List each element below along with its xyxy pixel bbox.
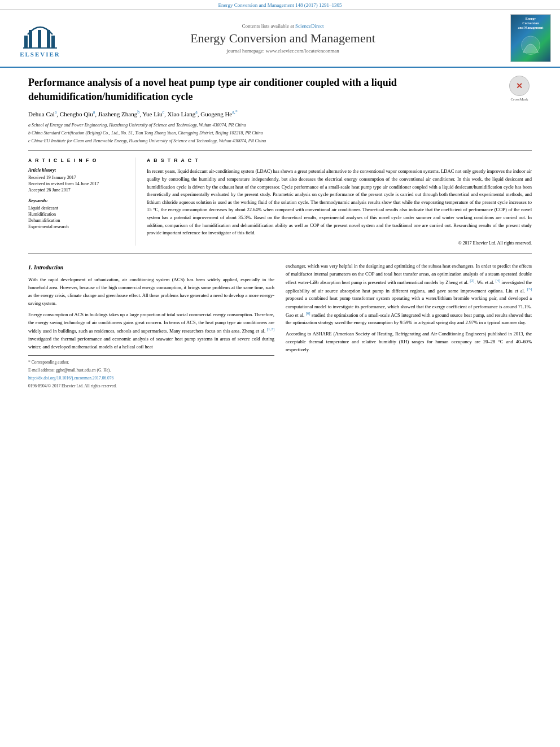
- svg-rect-4: [47, 30, 50, 48]
- crossmark-icon[interactable]: ✕: [509, 76, 530, 96]
- authors-line: Dehua Caia, Chengbo Qiua, Jiazheng Zhang…: [28, 110, 532, 117]
- issn-footnote: 0196-8904/© 2017 Elsevier Ltd. All right…: [28, 383, 274, 390]
- body-right-para1: exchanger, which was very helpful in the…: [286, 262, 532, 327]
- info-abstract-section: A R T I C L E I N F O Article history: R…: [28, 150, 532, 245]
- article-title-block: Performance analysis of a novel heat pum…: [28, 76, 532, 104]
- keyword-1: Liquid desiccant: [28, 206, 129, 211]
- affiliations-block: a School of Energy and Power Engineering…: [28, 122, 532, 145]
- svg-rect-6: [23, 47, 57, 49]
- affiliation-c: c China-EU Institute for Clean and Renew…: [28, 138, 532, 145]
- journal-header: ELSEVIER Contents lists available at Sci…: [0, 10, 560, 68]
- journal-cover: Energy Conversion and Management: [495, 14, 551, 62]
- article-container: Performance analysis of a novel heat pum…: [0, 68, 560, 399]
- body-intro-para1: With the rapid development of urbanizati…: [28, 276, 274, 307]
- abstract-column: A B S T R A C T In recent years, liquid …: [147, 158, 532, 245]
- history-label: Article history:: [28, 168, 129, 173]
- elsevier-tree-icon: [23, 19, 57, 50]
- keyword-3: Dehumidification: [28, 218, 129, 223]
- svg-rect-1: [24, 36, 28, 48]
- doi-link[interactable]: http://dx.doi.org/10.1016/j.enconman.201…: [28, 375, 113, 381]
- journal-title: Energy Conversion and Management: [71, 31, 495, 46]
- journal-homepage: journal homepage: www.elsevier.com/locat…: [71, 48, 495, 54]
- copyright-line: © 2017 Elsevier Ltd. All rights reserved…: [147, 241, 532, 246]
- svg-rect-5: [51, 36, 55, 48]
- journal-reference: Energy Conversion and Management 148 (20…: [0, 0, 560, 10]
- science-direct-link[interactable]: ScienceDirect: [295, 23, 323, 29]
- article-info-heading: A R T I C L E I N F O: [28, 158, 129, 163]
- body-intro-para2: Energy consumption of ACS in buildings t…: [28, 311, 274, 351]
- elsevier-wordmark: ELSEVIER: [20, 51, 60, 58]
- elsevier-logo-block: ELSEVIER: [9, 19, 71, 58]
- body-right-para2: According to ASHARE (American Society of…: [286, 330, 532, 353]
- cover-decorative-graphic: [511, 30, 550, 58]
- footnote-section: * Corresponding author. E-mail address: …: [28, 355, 274, 390]
- crossmark-label: CrossMark: [510, 97, 528, 102]
- doi-footnote: http://dx.doi.org/10.1016/j.enconman.201…: [28, 375, 274, 382]
- keywords-label: Keywords:: [28, 198, 129, 203]
- section1-title: 1. Introduction: [28, 263, 274, 272]
- email-footnote: E-mail address: gghe@mail.hust.edu.cn (G…: [28, 367, 274, 374]
- body-section: 1. Introduction With the rapid developme…: [28, 262, 532, 391]
- crossmark-badge[interactable]: ✕ CrossMark: [507, 76, 532, 102]
- abstract-heading: A B S T R A C T: [147, 158, 532, 163]
- svg-rect-3: [38, 30, 41, 48]
- affiliation-a: a School of Energy and Power Engineering…: [28, 122, 532, 129]
- contents-line: Contents lists available at ScienceDirec…: [71, 23, 495, 29]
- abstract-text: In recent years, liquid desiccant air-co…: [147, 168, 532, 237]
- revised-date: Received in revised form 14 June 2017: [28, 181, 129, 186]
- accepted-date: Accepted 26 June 2017: [28, 187, 129, 193]
- body-right-column: exchanger, which was very helpful in the…: [286, 262, 532, 391]
- keyword-2: Humidification: [28, 212, 129, 217]
- received-date: Received 19 January 2017: [28, 175, 129, 180]
- article-info-column: A R T I C L E I N F O Article history: R…: [28, 158, 135, 245]
- body-divider: [28, 254, 532, 254]
- corresponding-footnote: * Corresponding author.: [28, 359, 274, 366]
- journal-center-info: Contents lists available at ScienceDirec…: [71, 23, 495, 54]
- journal-cover-image: Energy Conversion and Management: [510, 14, 551, 62]
- keyword-4: Experimental research: [28, 224, 129, 229]
- elsevier-logo: ELSEVIER: [20, 19, 60, 58]
- body-left-column: 1. Introduction With the rapid developme…: [28, 262, 274, 391]
- article-title: Performance analysis of a novel heat pum…: [28, 76, 501, 104]
- affiliation-b: b China Standard Certification (Beijing)…: [28, 130, 532, 137]
